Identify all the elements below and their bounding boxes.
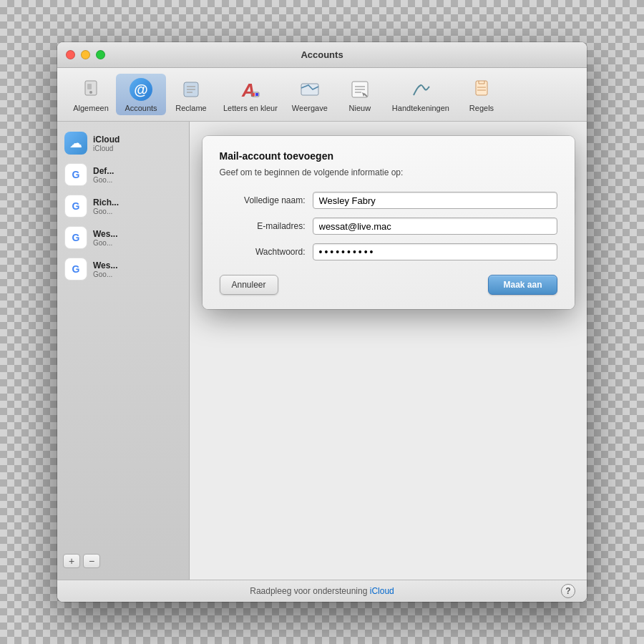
toolbar-label-letters: Letters en kleur <box>223 104 278 112</box>
sidebar-text-rich: Rich... Goo... <box>93 197 119 215</box>
footer: Raadpleeg voor ondersteuning iCloud ? <box>57 580 587 602</box>
modal-title: Mail-account toevoegen <box>220 150 557 162</box>
toolbar-label-regels: Regels <box>469 104 494 112</box>
sidebar-name-wes2: Wes... <box>93 260 117 270</box>
sidebar-item-rich[interactable]: G Rich... Goo... <box>57 190 189 222</box>
modal-dialog: Mail-account toevoegen Geef om te beginn… <box>203 136 575 309</box>
sidebar-type-rich: Goo... <box>93 208 119 215</box>
cancel-button[interactable]: Annuleer <box>220 275 278 295</box>
sidebar-name-wes1: Wes... <box>93 229 117 239</box>
sidebar-item-wes2[interactable]: G Wes... Goo... <box>57 253 189 285</box>
sidebar-type-def: Goo... <box>93 176 114 184</box>
footer-icloud-link[interactable]: iCloud <box>370 586 394 596</box>
modal-input-naam[interactable] <box>313 192 557 209</box>
modal-input-email[interactable] <box>313 218 557 235</box>
sidebar: ☁ iCloud iCloud G Def... Goo... G Rich..… <box>57 122 190 580</box>
toolbar-item-nieuw[interactable]: Nieuw <box>335 74 385 115</box>
sidebar-name-def: Def... <box>93 166 114 176</box>
svg-rect-1 <box>87 84 92 89</box>
sidebar-item-icloud[interactable]: ☁ iCloud iCloud <box>57 127 189 159</box>
window-controls <box>66 50 105 59</box>
toolbar-label-algemeen: Algemeen <box>73 104 109 112</box>
modal-subtitle: Geef om te beginnen de volgende informat… <box>220 167 557 177</box>
svg-rect-17 <box>476 81 487 95</box>
handtekeningen-icon <box>408 77 434 102</box>
modal-input-wachtwoord[interactable] <box>313 243 557 260</box>
svg-rect-11 <box>301 84 318 95</box>
sidebar-name-icloud: iCloud <box>93 135 119 145</box>
close-button[interactable] <box>66 50 75 59</box>
weergave-icon <box>297 77 323 102</box>
footer-text: Raadpleeg voor ondersteuning iCloud <box>250 586 394 596</box>
window-title: Accounts <box>301 49 343 60</box>
modal-overlay: Mail-account toevoegen Geef om te beginn… <box>190 122 587 580</box>
toolbar-item-letters[interactable]: A Letters en kleur <box>216 74 285 115</box>
toolbar: Algemeen @ Accounts Reclame A <box>57 68 587 122</box>
sidebar-item-def[interactable]: G Def... Goo... <box>57 159 189 190</box>
toolbar-item-reclame[interactable]: Reclame <box>166 74 216 115</box>
google-icon-def: G <box>64 163 87 186</box>
sidebar-text-wes1: Wes... Goo... <box>93 229 117 247</box>
toolbar-label-weergave: Weergave <box>292 104 328 112</box>
svg-text:A: A <box>241 79 255 101</box>
sidebar-bottom: + − <box>57 548 189 574</box>
main-panel: ...erd Server uitgaande e-mail (SMTP): <box>190 122 587 580</box>
toolbar-item-handtekeningen[interactable]: Handtekeningen <box>385 74 457 115</box>
sidebar-text-icloud: iCloud iCloud <box>93 135 119 152</box>
add-account-button[interactable]: + <box>63 554 80 568</box>
modal-field-row-email: E-mailadres: <box>220 218 557 235</box>
svg-rect-10 <box>255 93 258 96</box>
modal-label-naam: Volledige naam: <box>220 195 313 205</box>
modal-buttons: Annuleer Maak aan <box>220 275 557 295</box>
letters-icon: A <box>238 77 263 102</box>
toolbar-item-weergave[interactable]: Weergave <box>285 74 335 115</box>
content-area: ☁ iCloud iCloud G Def... Goo... G Rich..… <box>57 122 587 580</box>
toolbar-label-reclame: Reclame <box>175 104 206 112</box>
svg-rect-9 <box>253 93 255 96</box>
google-icon-wes2: G <box>64 258 87 280</box>
modal-field-row-wachtwoord: Wachtwoord: <box>220 243 557 260</box>
accounts-icon: @ <box>128 77 154 102</box>
maak-aan-button[interactable]: Maak aan <box>488 275 557 295</box>
toolbar-item-algemeen[interactable]: Algemeen <box>66 74 116 115</box>
google-icon-rich: G <box>64 195 87 218</box>
algemeen-icon <box>78 77 104 102</box>
sidebar-text-wes2: Wes... Goo... <box>93 260 117 278</box>
zoom-button[interactable] <box>96 50 105 59</box>
footer-support-text: Raadpleeg voor ondersteuning <box>250 586 369 596</box>
modal-label-wachtwoord: Wachtwoord: <box>220 247 313 257</box>
modal-label-email: E-mailadres: <box>220 221 313 231</box>
main-window: Accounts Algemeen @ Accounts <box>57 42 587 602</box>
sidebar-item-wes1[interactable]: G Wes... Goo... <box>57 222 189 253</box>
title-bar: Accounts <box>57 42 587 68</box>
sidebar-type-wes1: Goo... <box>93 239 117 247</box>
sidebar-type-icloud: iCloud <box>93 145 119 152</box>
toolbar-label-nieuw: Nieuw <box>349 104 371 112</box>
sidebar-name-rich: Rich... <box>93 197 119 208</box>
toolbar-item-accounts[interactable]: @ Accounts <box>116 74 166 115</box>
toolbar-item-regels[interactable]: Regels <box>457 74 507 115</box>
toolbar-label-accounts: Accounts <box>125 104 157 112</box>
modal-field-row-naam: Volledige naam: <box>220 192 557 209</box>
nieuw-icon <box>347 77 373 102</box>
svg-point-2 <box>89 91 92 94</box>
icloud-icon: ☁ <box>64 132 87 155</box>
remove-account-button[interactable]: − <box>83 554 100 568</box>
google-icon-wes1: G <box>64 226 87 249</box>
toolbar-label-handtekeningen: Handtekeningen <box>392 104 449 112</box>
sidebar-type-wes2: Goo... <box>93 270 117 278</box>
sidebar-text-def: Def... Goo... <box>93 166 114 184</box>
minimize-button[interactable] <box>81 50 90 59</box>
reclame-icon <box>178 77 204 102</box>
help-button[interactable]: ? <box>561 584 575 598</box>
regels-icon <box>469 77 494 102</box>
